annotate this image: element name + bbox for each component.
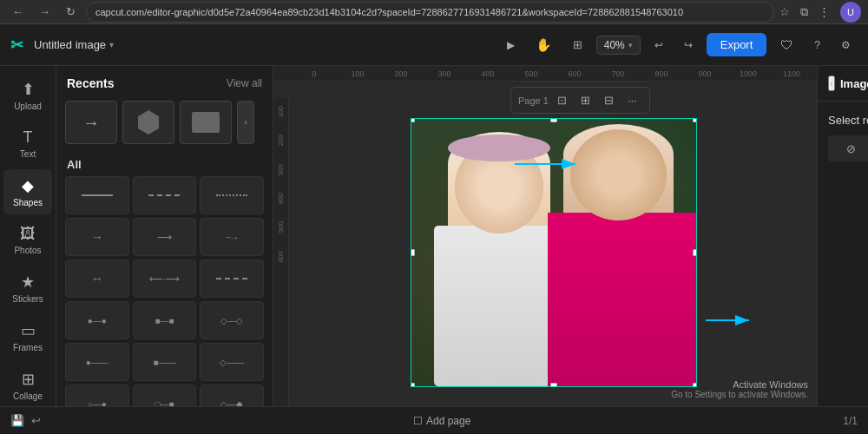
shape-item-endcap1[interactable]: ●——	[65, 343, 129, 381]
custom3-icon: ◇—◆	[220, 399, 243, 407]
back-to-panel-button[interactable]: ‹	[828, 76, 835, 91]
grid-tool-button[interactable]: ⊞	[566, 35, 589, 55]
custom2-icon: □—■	[155, 399, 174, 407]
canvas-image[interactable]: ↻	[411, 118, 697, 387]
chevron-right-icon: ›	[245, 118, 247, 127]
forward-button[interactable]: →	[34, 2, 56, 22]
resolution-off-button[interactable]: ⊘	[828, 135, 868, 161]
sidebar-label-shapes: Shapes	[13, 198, 43, 207]
more-button[interactable]: ···	[622, 91, 642, 109]
layout-button[interactable]: ⊞	[575, 91, 595, 109]
help-button[interactable]: ?	[807, 36, 827, 55]
url-bar[interactable]: capcut.com/editor-graphic/d0d5e72a40964e…	[86, 2, 774, 23]
dotted-line-icon	[216, 194, 247, 196]
handle-bottom-right[interactable]	[693, 383, 697, 387]
crop-button[interactable]: ⊡	[552, 91, 572, 109]
url-text: capcut.com/editor-graphic/d0d5e72a40964e…	[95, 7, 683, 17]
sidebar-item-text[interactable]: T Text	[3, 122, 52, 166]
sidebar-item-photos[interactable]: 🖼 Photos	[3, 218, 52, 262]
line-icon	[82, 194, 113, 196]
shape-item-dashed1[interactable]	[133, 176, 197, 214]
bottom-undo-button[interactable]: ↩	[31, 414, 41, 427]
shape-item-endcap2[interactable]: ■——	[133, 343, 197, 381]
title-text: Untitled image	[34, 38, 106, 51]
stickers-icon: ★	[21, 273, 35, 292]
float-toolbar: Page 1 ⊡ ⊞ ⊟ ···	[510, 87, 650, 114]
dashed-line-icon	[148, 194, 180, 196]
shape-item-rect-arrows[interactable]: ■—■	[133, 301, 197, 339]
shape-item-line1[interactable]	[65, 176, 129, 214]
shape-item-line3[interactable]	[200, 260, 264, 298]
undo-button[interactable]: ↩	[648, 36, 670, 55]
sidebar-label-collage: Collage	[13, 391, 43, 401]
sidebar-label-stickers: Stickers	[12, 294, 43, 304]
ruler-mark-900: 900	[683, 69, 727, 78]
back-button[interactable]: ←	[7, 2, 29, 22]
handle-middle-right[interactable]	[693, 249, 697, 256]
dot-arrow-icon: ···→	[226, 233, 238, 242]
add-page-button[interactable]: ☐ Add page	[413, 415, 470, 427]
shape-item-dotted1[interactable]	[200, 176, 264, 214]
shapes-icon: ◆	[22, 176, 34, 195]
ruler-mark-0: 0	[293, 69, 336, 78]
shape-item-arrow2[interactable]: ⟶	[133, 218, 197, 256]
sidebar-item-frames[interactable]: ▭ Frames	[3, 314, 52, 359]
page-label-text: Page 1	[518, 95, 549, 106]
sidebar-item-upload[interactable]: ⬆ Upload	[3, 73, 52, 118]
play-button[interactable]: ▶	[500, 36, 522, 55]
smarttools-arrow	[706, 312, 758, 329]
preview-next-button[interactable]: ›	[237, 101, 254, 144]
shape-item-custom1[interactable]: ○—●	[65, 385, 129, 406]
redo-button[interactable]: ↪	[677, 36, 700, 55]
view-all-link[interactable]: View all	[227, 77, 262, 89]
shape-item-dashed-lr[interactable]: ⟵·⟶	[133, 260, 197, 298]
shape-item-endcap3[interactable]: ◇——	[200, 343, 264, 381]
zoom-chevron-icon: ▾	[628, 41, 633, 49]
shape-item-dotarrow[interactable]: ···→	[200, 218, 264, 256]
preview-item-hex[interactable]	[122, 101, 174, 144]
save-icon-button[interactable]: 💾	[10, 414, 24, 427]
handle-top-left[interactable]	[411, 118, 415, 122]
shape-item-diamond-arrows[interactable]: ◇—◇	[200, 301, 264, 339]
menu-icon[interactable]: ⋮	[819, 5, 830, 18]
photos-icon: 🖼	[20, 225, 36, 243]
shape-item-line2[interactable]: →	[65, 218, 129, 256]
shape-item-leftright[interactable]: ↔	[65, 260, 129, 298]
endcap2-icon: ■——	[153, 358, 175, 367]
profile-avatar[interactable]: U	[840, 2, 861, 23]
shape-item-custom3[interactable]: ◇—◆	[200, 385, 264, 406]
handle-bottom-middle[interactable]	[550, 383, 557, 387]
refresh-button[interactable]: ↻	[61, 2, 81, 22]
rect-shape	[192, 112, 220, 133]
custom1-icon: ○—●	[88, 399, 107, 407]
sidebar-label-photos: Photos	[14, 246, 41, 255]
handle-bottom-left[interactable]	[411, 383, 415, 387]
preview-item-arrow[interactable]: →	[65, 101, 117, 144]
ruler-mark-200: 200	[379, 69, 423, 78]
shape-item-circle-arrow-lr[interactable]: ●—●	[65, 301, 129, 339]
sidebar-item-collage[interactable]: ⊞ Collage	[3, 363, 52, 406]
collage-icon: ⊞	[22, 370, 35, 389]
shape-item-custom2[interactable]: □—■	[133, 385, 197, 406]
settings-button[interactable]: ⚙	[834, 36, 858, 55]
sidebar-item-shapes[interactable]: ◆ Shapes	[3, 169, 52, 214]
hand-tool-button[interactable]: ✋	[529, 34, 559, 56]
extensions-icon[interactable]: ⧉	[800, 5, 808, 19]
export-button[interactable]: Export	[707, 33, 767, 56]
handle-top-right[interactable]	[693, 118, 697, 122]
dash-dot-line-icon	[216, 278, 247, 279]
upscaler-title: Image upscaler	[840, 77, 868, 90]
arrow-right-icon: →	[91, 230, 103, 244]
double-arrow-icon: ⟶	[157, 231, 172, 243]
handle-top-middle[interactable]	[550, 118, 557, 122]
zoom-control[interactable]: 40% ▾	[596, 36, 641, 55]
preview-item-rect[interactable]	[180, 101, 232, 144]
bookmark-icon[interactable]: ☆	[779, 5, 790, 18]
shield-button[interactable]: 🛡	[773, 34, 800, 56]
text-icon: T	[23, 128, 33, 147]
handle-middle-left[interactable]	[411, 249, 415, 256]
frame-button[interactable]: ⊟	[599, 91, 619, 109]
sidebar-label-upload: Upload	[14, 102, 42, 111]
sidebar-item-stickers[interactable]: ★ Stickers	[3, 266, 52, 311]
document-title[interactable]: Untitled image ▾	[34, 38, 114, 51]
